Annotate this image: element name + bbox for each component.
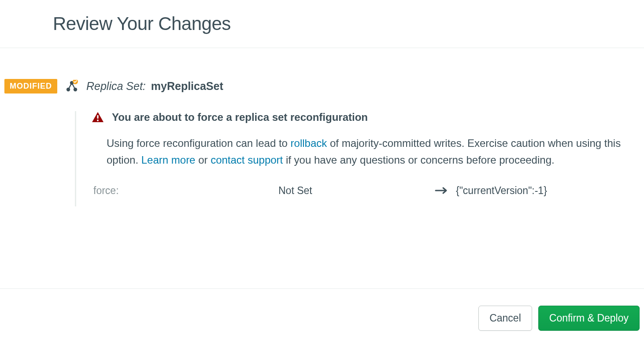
page-title: Review Your Changes xyxy=(53,13,644,34)
diff-row: force: Not Set {"currentVersion":-1} xyxy=(92,185,630,197)
warning-triangle-icon xyxy=(92,112,104,123)
warning-text-1: Using force reconfiguration can lead to xyxy=(107,137,291,149)
warning-description: Using force reconfiguration can lead to … xyxy=(92,135,630,169)
diff-old-value: Not Set xyxy=(278,185,435,197)
entity-name: myReplicaSet xyxy=(151,80,223,93)
replica-set-icon xyxy=(65,80,78,93)
warning-text-tail: if you have any questions or concerns be… xyxy=(283,154,554,166)
footer-actions: Cancel Confirm & Deploy xyxy=(0,288,644,344)
svg-point-7 xyxy=(97,120,99,121)
svg-line-3 xyxy=(68,83,72,90)
confirm-deploy-button[interactable]: Confirm & Deploy xyxy=(538,306,640,331)
rollback-link[interactable]: rollback xyxy=(291,137,327,149)
diff-field-label: force: xyxy=(93,185,278,197)
entity-label: Replica Set: xyxy=(86,80,146,93)
modified-badge: MODIFIED xyxy=(4,79,57,93)
cancel-button[interactable]: Cancel xyxy=(478,306,532,331)
warning-header: You are about to force a replica set rec… xyxy=(92,111,630,123)
warning-text-or: or xyxy=(195,154,211,166)
page-header: Review Your Changes xyxy=(0,0,644,48)
replica-set-title: Replica Set: myReplicaSet xyxy=(86,80,223,93)
arrow-right-icon xyxy=(435,186,448,195)
warning-title: You are about to force a replica set rec… xyxy=(112,111,368,123)
change-detail-block: You are about to force a replica set rec… xyxy=(75,111,630,206)
change-summary-row: MODIFIED Replica Set: myReplicaSet xyxy=(4,79,640,93)
svg-rect-6 xyxy=(97,115,98,119)
learn-more-link[interactable]: Learn more xyxy=(141,154,196,166)
diff-new-value: {"currentVersion":-1} xyxy=(456,185,547,197)
contact-support-link[interactable]: contact support xyxy=(211,154,283,166)
changes-content: MODIFIED Replica Set: myReplicaSet xyxy=(0,48,644,288)
